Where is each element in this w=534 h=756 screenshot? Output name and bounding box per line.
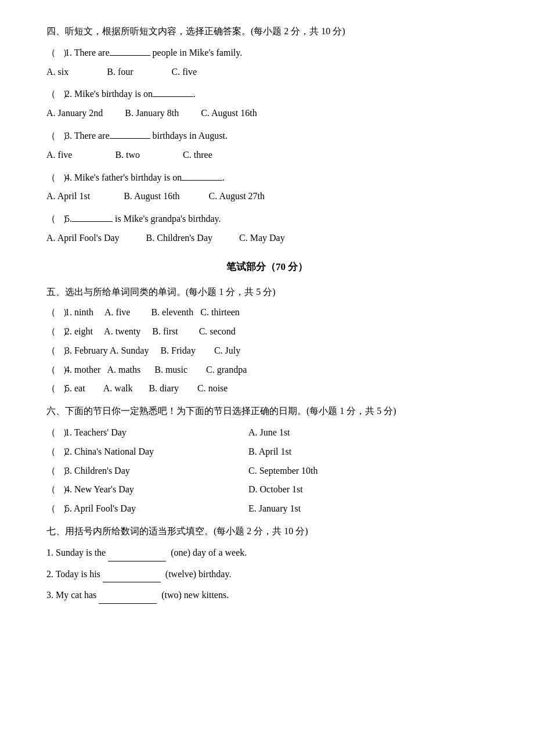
q5-2-optC: C. second [178, 323, 236, 340]
q5-3-optC: C. July [196, 343, 240, 359]
q4-1-blank [110, 45, 150, 56]
option-b: B. four [86, 64, 133, 81]
q5-4-optA: A. maths [100, 362, 140, 379]
q4-4-blank [182, 170, 222, 181]
section6: 六、下面的节日你一定熟悉吧！为下面的节日选择正确的日期。(每小题 1 分，共 5… [46, 403, 488, 517]
option-b: B. January 8th [120, 105, 179, 122]
q5-5-text: 5. eat [63, 380, 85, 397]
answer-bracket: （ ） [46, 362, 63, 379]
fill-7-1: 1. Sunday is the (one) day of a week. [46, 545, 488, 561]
section5-title: 五、选出与所给单词同类的单词。(每小题 1 分，共 5 分) [46, 284, 488, 301]
q5-4-optC: C. grandpa [187, 362, 247, 379]
option-a: A. five [46, 147, 72, 164]
q4-5-after: is Mike's grandpa's birthday. [113, 211, 221, 228]
answer-bracket: （ ） [46, 211, 63, 228]
q6-5-left: 5. April Fool's Day [63, 501, 248, 517]
question-4-1: （ ） 1. There are people in Mike's family… [46, 45, 488, 62]
answer-bracket: （ ） [46, 323, 63, 340]
q6-5-right: E. January 1st [248, 501, 376, 517]
q6-3-left: 3. Children's Day [63, 463, 248, 480]
fill-7-2-hint: (twelve) birthday. [163, 569, 232, 579]
fill-7-3-blank [99, 593, 157, 604]
q4-3-text: 3. There are [63, 128, 110, 145]
q5-4-text: 4. mother [63, 362, 100, 379]
q4-4-text: 4. Mike's father's birthday is on [63, 170, 182, 186]
q4-4-after: . [222, 170, 225, 186]
question-4-2: （ ） 2. Mike's birthday is on . [46, 86, 488, 103]
option-c: C. five [151, 64, 197, 81]
option-c: C. three [157, 147, 212, 164]
answer-bracket: （ ） [46, 343, 63, 359]
q5-5-optA: A. walk [85, 380, 133, 397]
q5-5-optC: C. noise [179, 380, 228, 397]
question-6-4: （ ） 4. New Year's Day D. October 1st [46, 481, 488, 498]
q5-2-optA: A. twenty [93, 323, 140, 340]
section4: 四、听短文，根据所听短文内容，选择正确答案。(每小题 2 分，共 10 分) （… [46, 23, 488, 247]
section7: 七、用括号内所给数词的适当形式填空。(每小题 2 分，共 10 分) 1. Su… [46, 523, 488, 604]
q4-1-options: A. six B. four C. five [46, 64, 488, 81]
option-c: C. May Day [230, 230, 285, 247]
fill-7-1-blank [108, 551, 166, 561]
answer-bracket: （ ） [46, 501, 63, 517]
answer-bracket: （ ） [46, 45, 63, 62]
q4-1-number: 1. There are [63, 45, 110, 62]
q4-4-options: A. April 1st B. August 16th C. August 27… [46, 188, 488, 205]
answer-bracket: （ ） [46, 128, 63, 145]
question-5-4: （ ） 4. mother A. maths B. music C. grand… [46, 362, 488, 379]
section7-title: 七、用括号内所给数词的适当形式填空。(每小题 2 分，共 10 分) [46, 523, 488, 540]
q4-3-after: birthdays in August. [150, 128, 228, 145]
fill-7-3-before: 3. My cat has [46, 590, 96, 600]
answer-bracket: （ ） [46, 380, 63, 397]
option-b: B. August 16th [107, 188, 179, 205]
q6-1-right: A. June 1st [248, 424, 376, 441]
question-5-5: （ ） 5. eat A. walk B. diary C. noise [46, 380, 488, 397]
q4-2-options: A. January 2nd B. January 8th C. August … [46, 105, 488, 122]
q4-5-options: A. April Fool's Day B. Children's Day C.… [46, 230, 488, 247]
q4-5-blank [72, 211, 113, 222]
answer-bracket: （ ） [46, 424, 63, 441]
q4-3-options: A. five B. two C. three [46, 147, 488, 164]
q4-2-text: 2. Mike's birthday is on [63, 86, 153, 103]
question-6-1: （ ） 1. Teachers' Day A. June 1st [46, 424, 488, 441]
option-b: B. Children's Day [137, 230, 212, 247]
question-4-4: （ ） 4. Mike's father's birthday is on . [46, 170, 488, 186]
question-5-2: （ ） 2. eight A. twenty B. first C. secon… [46, 323, 488, 340]
q5-4-optB: B. music [140, 362, 187, 379]
answer-bracket: （ ） [46, 444, 63, 460]
q5-1-optC: C. thirteen [193, 304, 240, 321]
answer-bracket: （ ） [46, 463, 63, 480]
q6-3-right: C. September 10th [248, 463, 376, 480]
q6-4-left: 4. New Year's Day [63, 481, 248, 498]
fill-7-2-blank [103, 572, 161, 582]
q4-3-blank [110, 128, 150, 139]
written-title: 笔试部分（70 分） [46, 258, 488, 276]
option-c: C. August 16th [196, 105, 257, 122]
option-a: A. January 2nd [46, 105, 103, 122]
q5-1-text: 1. ninth [63, 304, 93, 321]
q5-3-text: 3. February [63, 343, 108, 359]
q5-2-optB: B. first [140, 323, 178, 340]
option-a: A. April 1st [46, 188, 90, 205]
question-5-3: （ ） 3. February A. Sunday B. Friday C. J… [46, 343, 488, 359]
q4-5-number: 5. [63, 211, 72, 228]
fill-7-1-hint: (one) day of a week. [168, 548, 247, 557]
q6-2-right: B. April 1st [248, 444, 376, 460]
section5: 五、选出与所给单词同类的单词。(每小题 1 分，共 5 分) （ ） 1. ni… [46, 284, 488, 397]
question-6-2: （ ） 2. China's National Day B. April 1st [46, 444, 488, 460]
answer-bracket: （ ） [46, 304, 63, 321]
answer-bracket: （ ） [46, 170, 63, 186]
question-6-5: （ ） 5. April Fool's Day E. January 1st [46, 501, 488, 517]
q5-1-optB: B. eleventh [130, 304, 193, 321]
fill-7-3-hint: (two) new kittens. [159, 590, 229, 600]
option-a: A. April Fool's Day [46, 230, 120, 247]
q5-3-optB: B. Friday [149, 343, 195, 359]
q5-3-optA: A. Sunday [108, 343, 149, 359]
answer-bracket: （ ） [46, 481, 63, 498]
option-a: A. six [46, 64, 68, 81]
section4-title: 四、听短文，根据所听短文内容，选择正确答案。(每小题 2 分，共 10 分) [46, 23, 488, 40]
question-5-1: （ ） 1. ninth A. five B. eleventh C. thir… [46, 304, 488, 321]
q5-2-text: 2. eight [63, 323, 93, 340]
q6-2-left: 2. China's National Day [63, 444, 248, 460]
fill-7-2: 2. Today is his (twelve) birthday. [46, 566, 488, 583]
fill-7-2-before: 2. Today is his [46, 569, 100, 579]
